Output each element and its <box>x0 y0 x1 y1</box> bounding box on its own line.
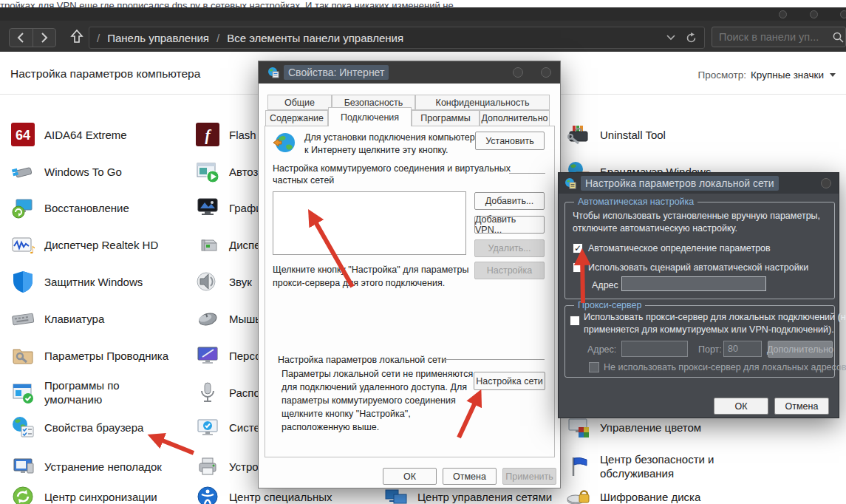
graphics-icon <box>196 196 219 219</box>
use-proxy-label[interactable]: Использовать прокси-сервер для локальных… <box>584 312 846 322</box>
cancel-button[interactable]: Отмена <box>774 398 829 415</box>
add-vpn-button[interactable]: Добавить VPN... <box>474 216 545 234</box>
cp-item[interactable]: Звук <box>196 263 252 300</box>
remove-button[interactable]: Удалить... <box>474 239 545 257</box>
cp-item[interactable]: Мышь <box>196 300 261 337</box>
breadcrumb-item-current[interactable]: Все элементы панели управления <box>227 32 403 44</box>
breadcrumb-slash: / <box>97 32 100 44</box>
cp-item-label: Windows To Go <box>44 165 122 179</box>
cp-item-label: Центр безопасности иобслуживания <box>600 452 714 480</box>
cp-item[interactable]: Windows To Go <box>11 153 122 190</box>
dialup-section-label: частных сетей <box>273 175 334 185</box>
cp-item[interactable]: Центр синхронизации <box>11 478 157 504</box>
view-selector[interactable]: Просмотр: Крупные значки <box>698 69 836 81</box>
use-proxy-checkbox[interactable] <box>570 316 580 326</box>
search-icon <box>833 32 844 43</box>
cp-item[interactable]: Свойства браузера <box>11 409 143 446</box>
dialog-close-button[interactable] <box>541 67 551 78</box>
ok-button[interactable]: ОК <box>383 468 437 485</box>
script-address-input[interactable] <box>621 276 766 291</box>
apply-button[interactable]: Применить <box>502 468 556 485</box>
cp-item[interactable]: Графи <box>196 189 262 226</box>
window-button-3[interactable] <box>840 10 846 18</box>
cp-item[interactable]: Восстановление <box>11 189 129 226</box>
cp-item-label: Uninstall Tool <box>600 128 666 142</box>
tab-Содержание[interactable]: Содержание <box>265 110 328 126</box>
lan-settings-titlebar[interactable]: Настройка параметров локальной сети <box>559 173 839 194</box>
settings-button[interactable]: Настройка <box>474 262 545 279</box>
cp-item[interactable]: Шифрование диска <box>567 478 700 504</box>
lan-section-label: Настройка параметров локальной сети <box>278 355 446 365</box>
add-button[interactable]: Добавить... <box>474 192 545 210</box>
personalization-icon <box>196 344 219 367</box>
window-button-2[interactable] <box>810 10 818 18</box>
dialog-help-button[interactable] <box>513 67 523 78</box>
cp-item[interactable]: Защитник Windows <box>11 263 143 300</box>
ok-button[interactable]: ОК <box>714 398 768 415</box>
use-proxy-label[interactable]: применяется для коммутируемых или VPN-по… <box>584 324 834 335</box>
search-input[interactable] <box>712 31 828 43</box>
speaker-icon <box>196 270 219 293</box>
proxy-address-input[interactable] <box>621 341 688 357</box>
cp-item-label: Мышь <box>229 312 261 326</box>
cp-item[interactable]: Uninstall Tool <box>567 116 666 153</box>
mouse-icon <box>196 307 219 330</box>
window-button-1[interactable] <box>779 10 787 18</box>
breadcrumb: / Панель управления / Все элементы панел… <box>89 27 705 49</box>
setup-button[interactable]: Установить <box>475 132 545 150</box>
tab-Общие[interactable]: Общие <box>267 95 332 110</box>
microphone-icon <box>196 381 219 404</box>
cp-item[interactable]: Автоз <box>196 153 258 190</box>
page-title: Настройка параметров компьютера <box>10 67 200 81</box>
cp-item-label: Программы поумолчанию <box>44 378 120 406</box>
cp-item[interactable]: Систе <box>196 409 260 446</box>
lan-note: Параметры локальной сети не применяются <box>282 369 473 379</box>
lan-settings-button[interactable]: Настройка сети <box>474 372 545 390</box>
cp-item[interactable]: Программы поумолчанию <box>11 374 120 411</box>
chevron-down-icon[interactable] <box>666 35 675 41</box>
use-script-label[interactable]: Использовать сценарий автоматической нас… <box>588 262 808 273</box>
printer-icon <box>196 454 219 478</box>
auto-detect-label[interactable]: Автоматическое определение параметров <box>588 243 771 253</box>
connections-listbox[interactable] <box>273 191 466 255</box>
cp-item[interactable]: Персо <box>196 337 261 374</box>
cp-item[interactable]: Клавиатура <box>11 300 104 337</box>
view-value: Крупные значки <box>751 69 824 81</box>
cancel-button[interactable]: Отмена <box>443 468 497 485</box>
cp-item-label: Центр синхронизации <box>44 490 157 504</box>
cp-item[interactable]: ♪Диспетчер Realtek HD <box>11 226 158 263</box>
bypass-proxy-checkbox[interactable] <box>589 362 599 372</box>
cp-item-label: Шифрование диска <box>600 490 700 504</box>
flag-icon <box>567 454 590 478</box>
search-box <box>712 27 846 47</box>
tab-Подключения[interactable]: Подключения <box>328 107 412 126</box>
navigation-bar: / Панель управления / Все элементы панел… <box>0 21 846 52</box>
back-button[interactable] <box>10 29 33 47</box>
auto-detect-checkbox[interactable]: ✓ <box>573 243 583 253</box>
advanced-button[interactable]: Дополнительно <box>768 341 833 358</box>
dialog-close-button[interactable] <box>821 178 831 188</box>
cp-item-label: Параметры Проводника <box>44 349 168 363</box>
tab-Дополнительно[interactable]: Дополнительно <box>480 110 550 126</box>
folder-wrench-icon <box>11 344 35 367</box>
cp-item[interactable]: 64AIDA64 Extreme <box>11 116 127 153</box>
cp-item[interactable]: fFlash <box>196 116 256 153</box>
cp-item[interactable]: Параметры Проводника <box>11 337 168 374</box>
tab-Конфиденциальность[interactable]: Конфиденциальность <box>415 95 550 110</box>
color-management-icon <box>567 415 590 439</box>
cp-item[interactable]: Диспе <box>196 226 261 263</box>
tab-Программы[interactable]: Программы <box>412 110 480 126</box>
up-button[interactable] <box>69 29 84 47</box>
cp-item[interactable]: Распо <box>196 374 260 411</box>
proxy-port-input[interactable] <box>723 341 762 357</box>
cp-item-label: Центр специальных <box>229 490 332 504</box>
breadcrumb-item-root[interactable]: Панель управления <box>107 32 209 44</box>
caret-down-icon <box>830 73 836 77</box>
internet-properties-titlebar[interactable]: Свойства: Интернет <box>259 61 560 84</box>
use-script-checkbox[interactable] <box>573 262 583 273</box>
breadcrumb-slash: / <box>216 32 219 44</box>
forward-button[interactable] <box>33 29 56 47</box>
proxy-address-label: Адрес: <box>587 344 616 355</box>
refresh-icon[interactable] <box>686 33 697 44</box>
proxy-group: Прокси-сервер Использовать прокси-сервер… <box>564 305 835 378</box>
